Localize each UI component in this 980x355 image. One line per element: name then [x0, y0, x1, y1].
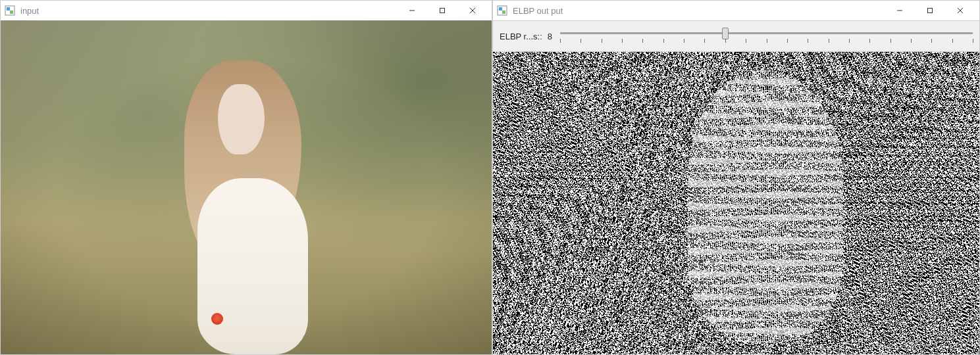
svg-rect-9	[502, 11, 505, 14]
window-input: input	[0, 0, 492, 355]
svg-rect-1	[7, 7, 10, 11]
maximize-button[interactable]	[427, 1, 457, 20]
window-controls	[885, 1, 975, 20]
window-controls	[397, 1, 488, 20]
window-title: input	[20, 6, 397, 16]
maximize-button[interactable]	[915, 1, 945, 20]
input-photo	[1, 20, 492, 354]
minimize-button[interactable]	[885, 1, 915, 20]
slider-track	[560, 32, 973, 34]
titlebar-output[interactable]: ELBP out put	[493, 1, 979, 20]
input-image-viewport	[1, 20, 492, 354]
slider-thumb[interactable]	[722, 28, 729, 39]
elbp-output-image: https://blog.csdn.net/Cristiano2000	[493, 52, 979, 354]
trackbar-slider[interactable]	[560, 26, 973, 47]
output-image-viewport: https://blog.csdn.net/Cristiano2000	[493, 52, 979, 354]
minimize-button[interactable]	[397, 1, 427, 20]
close-button[interactable]	[457, 1, 488, 20]
titlebar-input[interactable]: input	[1, 1, 492, 20]
elbp-figure-outline	[688, 70, 843, 343]
photo-subject	[168, 60, 335, 354]
photo-flower	[211, 313, 223, 325]
svg-rect-11	[928, 9, 933, 13]
trackbar-value: 8	[548, 32, 552, 41]
app-icon	[5, 5, 15, 16]
svg-rect-4	[440, 9, 445, 13]
close-button[interactable]	[945, 1, 975, 20]
app-icon	[497, 5, 507, 16]
window-output: ELBP out put ELBP r...s:: 8 https://	[492, 0, 980, 355]
svg-rect-8	[499, 7, 502, 11]
trackbar-panel: ELBP r...s:: 8	[493, 20, 979, 52]
photo-face	[218, 84, 265, 154]
photo-dress	[197, 178, 307, 354]
window-title: ELBP out put	[513, 6, 885, 16]
trackbar-label: ELBP r...s::	[500, 32, 542, 41]
svg-rect-2	[10, 11, 13, 14]
slider-ticks	[560, 39, 973, 45]
